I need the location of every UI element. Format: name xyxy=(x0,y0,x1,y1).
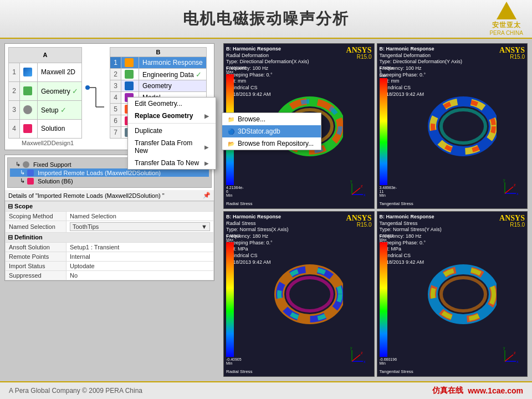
ctx-duplicate-label: Duplicate xyxy=(135,127,162,135)
tree-icon-fixed xyxy=(23,161,29,168)
ctx-transfer-to-label: Transfer Data To New xyxy=(135,159,199,167)
axis-2: x y z xyxy=(502,177,521,198)
details-pin-icon[interactable]: 📌 xyxy=(203,192,211,199)
svg-text:y: y xyxy=(503,178,505,182)
tree-icon-imported xyxy=(27,170,34,176)
val-scoping: Named Selection xyxy=(66,212,214,221)
connector-line xyxy=(88,76,104,121)
svg-point-27 xyxy=(288,278,332,311)
logo-area: 安世亚太 PERA CHINA xyxy=(489,2,523,36)
table-row[interactable]: 3 Setup ✓ xyxy=(9,100,82,119)
footer-website: www.1cae.com xyxy=(468,386,523,395)
svg-point-37 xyxy=(441,278,485,311)
named-selection-dropdown[interactable]: ToothTips ▼ xyxy=(70,222,210,231)
left-panel: A 1 Maxwell 2D 2 Geometry ✓ 3 xyxy=(0,39,219,381)
logo-text-main: 安世亚太 xyxy=(492,21,521,30)
table-row[interactable]: 1 Maxwell 2D xyxy=(9,63,82,81)
logo-icon xyxy=(497,2,516,19)
submenu-3dstator[interactable]: 🔵 3DStator.agdb xyxy=(222,125,321,137)
section-definition: ⊟ Definition xyxy=(6,233,214,243)
ansys-footer-1: Radial Stress xyxy=(226,201,253,206)
ansys-title-3: B: Harmonic Response Radial Stress Type:… xyxy=(226,214,289,266)
details-panel: ↳ Fixed Support ↳ Imported Remote Loads … xyxy=(4,155,214,281)
color-bar-2: 8.7436e-5 Max 3.48983e-11 Min xyxy=(380,66,387,197)
ansys-card-3: B: Harmonic Response Radial Stress Type:… xyxy=(223,211,375,377)
right-panel: B: Harmonic Response Radial Deformation … xyxy=(219,39,532,381)
svg-text:x: x xyxy=(364,360,366,364)
svg-text:y: y xyxy=(350,179,352,183)
key-import-status: Import Status xyxy=(6,262,66,271)
svg-text:x: x xyxy=(364,193,366,197)
svg-text:x: x xyxy=(516,192,519,196)
submenu-browse[interactable]: 📁 Browse... xyxy=(222,113,321,125)
footer-right-group: 仿真在线 www.1cae.com xyxy=(432,386,523,396)
color-bar-4: 0.07437 Max -0.660196 Min xyxy=(380,234,387,365)
ansys-version-3: R15.0 xyxy=(357,222,372,228)
table-row[interactable]: 3 Geometry xyxy=(110,80,207,92)
submenu[interactable]: 📁 Browse... 🔵 3DStator.agdb 📂 Browse fro… xyxy=(222,112,321,150)
val-import-status: Uptodate xyxy=(66,262,214,271)
ansys-version-1: R15.0 xyxy=(357,54,372,60)
key-remote: Remote Points xyxy=(6,252,66,262)
tree-icon-solution xyxy=(27,178,34,185)
footer-brand-cn: 仿真在线 xyxy=(432,386,463,396)
svg-line-40 xyxy=(505,355,513,361)
key-ansoft: Ansoft Solution xyxy=(6,243,66,252)
val-ansoft: Setup1 : Transient xyxy=(66,243,214,252)
ctx-transfer-from-label: Transfer Data From New xyxy=(135,139,204,155)
axis-svg-2: x y z xyxy=(502,177,521,196)
workbench-area: A 1 Maxwell 2D 2 Geometry ✓ 3 xyxy=(4,43,214,150)
ctx-arrow-to: ▶ xyxy=(204,160,209,166)
ctx-duplicate[interactable]: Duplicate xyxy=(128,125,216,137)
tree-label-imported: Imported Remote Loads (Maxwell2DSolution… xyxy=(38,170,161,176)
section-scope: ⊟ Scope xyxy=(6,202,214,212)
footer: A Pera Global Company © 2009 PERA China … xyxy=(0,381,532,399)
color-bar-3: 0.48642 Max -0.40905 Min xyxy=(226,234,234,365)
row-remote-points: Remote Points Internal xyxy=(6,252,214,262)
row-ansoft: Ansoft Solution Setup1 : Transient xyxy=(6,243,214,252)
row-import-status: Import Status Uptodate xyxy=(6,262,214,271)
submenu-browse-label: Browse... xyxy=(238,115,265,123)
key-suppressed: Suppressed xyxy=(6,271,66,280)
axis-1: x y z xyxy=(349,178,369,198)
svg-line-20 xyxy=(505,187,513,193)
ansys-footer-3: Radial Stress xyxy=(226,369,253,374)
tree-row-imported[interactable]: ↳ Imported Remote Loads (Maxwell2DSoluti… xyxy=(10,168,209,177)
repo-icon: 📂 xyxy=(228,141,234,147)
ansys-version-2: R15.0 xyxy=(510,54,525,60)
ctx-separator xyxy=(128,123,216,124)
ansys-title-2: B: Harmonic Response Tangential Deformat… xyxy=(380,46,462,98)
ctx-edit-geometry[interactable]: Edit Geometry... xyxy=(128,98,216,110)
submenu-3dstator-label: 3DStator.agdb xyxy=(238,127,280,135)
row-named-selection[interactable]: Named Selection ToothTips ▼ xyxy=(6,221,214,233)
val-remote: Internal xyxy=(66,252,214,262)
tree-label-fixed: Fixed Support xyxy=(33,161,71,168)
details-title-text: Details of "Imported Remote Loads (Maxwe… xyxy=(8,192,165,199)
table-row[interactable]: 1 Harmonic Response xyxy=(110,57,207,69)
table-row[interactable]: 2 Engineering Data ✓ xyxy=(110,69,207,80)
ctx-transfer-from[interactable]: Transfer Data From New ▶ xyxy=(128,137,216,157)
ansys-footer-2: Tangential Stress xyxy=(380,201,413,206)
ansys-card-4: B: Harmonic Response Tangential Stress T… xyxy=(377,211,528,377)
named-selection-value: ToothTips xyxy=(73,223,99,230)
svg-point-3 xyxy=(85,85,90,90)
table-row[interactable]: 4 Solution xyxy=(9,119,82,138)
ansys-footer-4: Tangential Stress xyxy=(380,369,413,374)
submenu-browse-repo[interactable]: 📂 Browse from Repository... xyxy=(222,137,321,150)
table-a-header: A xyxy=(9,48,82,63)
browse-icon: 📁 xyxy=(228,116,234,122)
table-b-header: B xyxy=(110,48,207,57)
svg-text:y: y xyxy=(503,346,505,350)
header: 电机电磁振动噪声分析 安世亚太 PERA CHINA xyxy=(0,0,532,39)
ctx-replace-geometry[interactable]: Replace Geometry ▶ xyxy=(128,110,216,122)
svg-line-30 xyxy=(352,355,360,361)
ctx-transfer-to[interactable]: Transfer Data To New ▶ xyxy=(128,157,216,169)
svg-text:z: z xyxy=(361,351,363,355)
context-menu[interactable]: Edit Geometry... Replace Geometry ▶ Dupl… xyxy=(127,97,216,170)
page-title: 电机电磁振动噪声分析 xyxy=(183,8,349,29)
table-row[interactable]: 2 Geometry ✓ xyxy=(9,81,82,100)
svg-point-17 xyxy=(441,110,485,143)
val-named[interactable]: ToothTips ▼ xyxy=(66,221,214,233)
stator-icon: 🔵 xyxy=(228,129,234,135)
tree-row-solution[interactable]: ↳ Solution (B6) xyxy=(10,177,209,185)
